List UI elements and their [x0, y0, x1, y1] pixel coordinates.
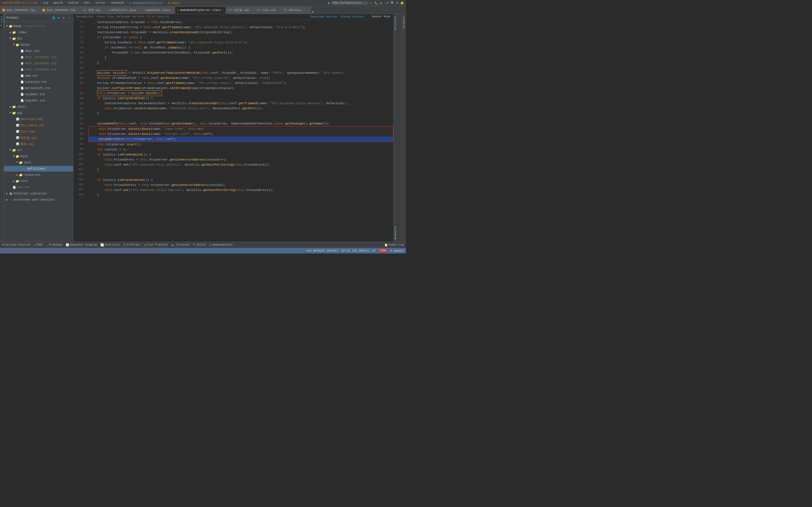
tree-datatype[interactable]: 📊 dataType.sql	[4, 116, 73, 122]
tab-partitiontable[interactable]: SQL 分区表.sql ✕	[226, 6, 254, 14]
tree-dept-txt[interactable]: 📄 dept.txt	[4, 48, 73, 54]
toolbar-sequence-diagram[interactable]: 📊 Sequence Diagram	[66, 243, 97, 247]
status-position[interactable]: 97:51 (42 chars)	[342, 249, 369, 252]
tree-location[interactable]: 📄 location.txt	[4, 79, 73, 85]
git-icon[interactable]: ⎇	[385, 1, 389, 5]
download-sources-link[interactable]: Download Sources	[310, 15, 338, 18]
tree-idea[interactable]: ▶ 📁 .idea	[4, 29, 73, 36]
tree-dept-402[interactable]: 📋 dept_20200402.log	[4, 60, 73, 66]
code-area[interactable]: 74 75 76 77 78 79 80 81 82 83 84 85 86 8…	[73, 20, 393, 242]
run-icon[interactable]: ▶	[328, 1, 330, 5]
tree-datatype-label: dataType.sql	[20, 117, 43, 121]
code-line-88: this.httpServer = builder.build();	[87, 91, 393, 96]
code-line-78: String bindHost = this.conf.getTrimmed(n…	[87, 40, 393, 45]
tab-query-sql[interactable]: SQL 查询.sql ✕	[80, 6, 106, 14]
breadcrumb-apache[interactable]: apache	[53, 1, 63, 4]
database-label[interactable]: Database	[402, 14, 406, 31]
tree-personinfo[interactable]: 📄 personInfo.txt	[4, 85, 73, 91]
toolbar-file-transfer[interactable]: ⇅ File Transfer	[144, 243, 168, 247]
personinfo-icon: 📄	[20, 86, 24, 90]
notifications-icon[interactable]: 🔔	[400, 1, 404, 5]
tab-dept20200402[interactable]: dept_20200402.log ✕	[0, 6, 40, 14]
tree-shell-label: shell	[17, 105, 26, 108]
toolbar-version-control[interactable]: ⑆ Version Control	[2, 243, 30, 246]
add-config-button[interactable]: Add Configuration...	[331, 1, 368, 5]
breadcrumb-namenode[interactable]: namenode	[110, 1, 124, 4]
tree-emp[interactable]: 📄 emp.txt	[4, 73, 73, 79]
tab-join[interactable]: SQL join.sql ✕	[254, 6, 281, 14]
tree-sql[interactable]: ▼ 📁 sql	[4, 110, 73, 116]
tree-partition[interactable]: 📊 分区表.sql	[4, 135, 73, 141]
tabs-more[interactable]: ▼	[311, 11, 315, 14]
tree-emp-label: emp.txt	[25, 74, 38, 77]
tree-external-libraries[interactable]: ▶ 📚 External Libraries	[4, 190, 73, 196]
tree-src[interactable]: ▼ 📁 src	[4, 147, 73, 153]
coverage-button[interactable]: ▮	[380, 1, 382, 5]
toolbar-event-log[interactable]: 📋 Event Log	[384, 243, 404, 247]
tree-pom[interactable]: 📄 pom.xml	[4, 184, 73, 190]
src-folder-icon: 📁	[12, 148, 16, 152]
tree-doc[interactable]: ▼ 📁 doc	[4, 36, 73, 42]
tabs-bar: dept_20200402.log ✕ dept_20200403.log ✕ …	[0, 6, 406, 14]
toolbar-todo[interactable]: ☑ TODO	[34, 243, 43, 247]
tree-scratches[interactable]: ▶ ✏️ Scratches and Consoles	[4, 196, 73, 203]
settings-icon[interactable]: ⚙	[396, 1, 398, 5]
tree-ddl[interactable]: 📊 DDL_table.sql	[4, 122, 73, 128]
toolbar-statistic[interactable]: 📈 Statistic	[100, 243, 120, 247]
breadcrumb-hdfs[interactable]: hdfs	[84, 1, 90, 4]
breadcrumb-server[interactable]: server	[95, 1, 105, 4]
tree-join[interactable]: 📊 join.sql	[4, 128, 73, 135]
tree-hdfsclient[interactable]: ☕ HdfsClient	[4, 166, 73, 172]
tab-namenodehttpserver[interactable]: C NameNodeHttpServer.class ✕	[175, 6, 226, 14]
structure-panel-label[interactable]: Structure	[394, 14, 402, 33]
choose-sources-link[interactable]: Choose Sources...	[340, 15, 369, 18]
status-spaces[interactable]: 4 spaces	[390, 249, 404, 252]
bookmarks-panel-label[interactable]: Bookmarks	[394, 223, 402, 242]
dept-401-icon: 📋	[20, 55, 24, 59]
code-line-92: }	[87, 111, 393, 116]
code-content[interactable]: InetSocketAddress httpAddr = this.bindAd…	[87, 20, 393, 242]
tree-datas[interactable]: ▼ 📁 datas	[4, 42, 73, 48]
tree-java[interactable]: ▼ 📁 java	[4, 159, 73, 166]
tree-dept-401[interactable]: 📋 dept_20200401.log	[4, 54, 73, 60]
search-icon[interactable]: 🔍	[391, 1, 394, 5]
sidebar-collapse-icon[interactable]: ⊟	[57, 16, 61, 20]
breadcrumb-start[interactable]: ⚙ start	[168, 1, 180, 5]
toolbar-problems[interactable]: ⚠ Problems	[46, 243, 62, 247]
run-button[interactable]: ▶	[370, 1, 372, 5]
project-tab[interactable]: Project	[0, 14, 4, 28]
toolbar-terminal[interactable]: ▶_ Terminal	[172, 243, 190, 247]
tree-resources[interactable]: ▶ 📁 resources	[4, 172, 73, 178]
tree-shell[interactable]: ▶ 📁 shell	[4, 104, 73, 110]
tab-namenode[interactable]: C NameNode.class ✕	[141, 6, 175, 14]
tree-root[interactable]: ▼ 📁 hive ~/Desktop/hive	[4, 23, 73, 29]
sidebar-close-icon[interactable]: —	[67, 16, 71, 20]
breadcrumb-org[interactable]: org	[43, 1, 48, 4]
sidebar-settings-icon[interactable]: ⚙	[62, 16, 66, 20]
tree-main[interactable]: ▼ 📁 main	[4, 153, 73, 159]
tree-src-label: src	[17, 149, 22, 152]
tree-teacher[interactable]: 📄 teacher.txt	[4, 98, 73, 104]
tree-test[interactable]: ▶ 📁 test	[4, 178, 73, 184]
tree-dept-403[interactable]: 📋 dept_20200403.log	[4, 66, 73, 73]
breadcrumb-jar[interactable]: hadoop-hdfs-3.1.3.jar	[2, 1, 38, 4]
tab-hdfsclient[interactable]: J HdfsClient.java ✕	[106, 6, 142, 14]
breadcrumb-NameNodeHttpServer[interactable]: ⚙ NameNodeHttpServer	[129, 1, 163, 5]
breadcrumb-hadoop[interactable]: hadoop	[68, 1, 79, 4]
reader-mode-button[interactable]: Reader Mode	[372, 15, 391, 18]
tree-student[interactable]: 📄 student.txt	[4, 91, 73, 98]
status-encoding[interactable]: LF	[372, 249, 375, 252]
line-numbers: 74 75 76 77 78 79 80 81 82 83 84 85 86 8…	[73, 20, 87, 242]
sidebar-globe-icon[interactable]: 🌐	[52, 16, 56, 20]
tree-query-label: 查询.sql	[20, 142, 34, 146]
tree-query[interactable]: 📊 查询.sql	[4, 141, 73, 147]
tab-datatype[interactable]: SQL dataTyp... ✕	[281, 6, 311, 14]
toolbar-dependencies[interactable]: ⎔ Dependencies	[209, 243, 233, 247]
code-line-95: this.httpServer.setAttribute(name: "name…	[89, 126, 393, 131]
toolbar-profiler[interactable]: ⏱ Profiler	[123, 243, 140, 247]
debug-button[interactable]: 🐛	[374, 1, 378, 5]
resources-folder-icon: 📁	[19, 173, 23, 177]
toolbar-build[interactable]: 🔨 Build	[193, 243, 206, 247]
code-line-106: this.httpsAddress = this.httpServer.getC…	[87, 182, 393, 187]
tab-dept20200403[interactable]: dept_20200403.log ✕	[40, 6, 80, 14]
